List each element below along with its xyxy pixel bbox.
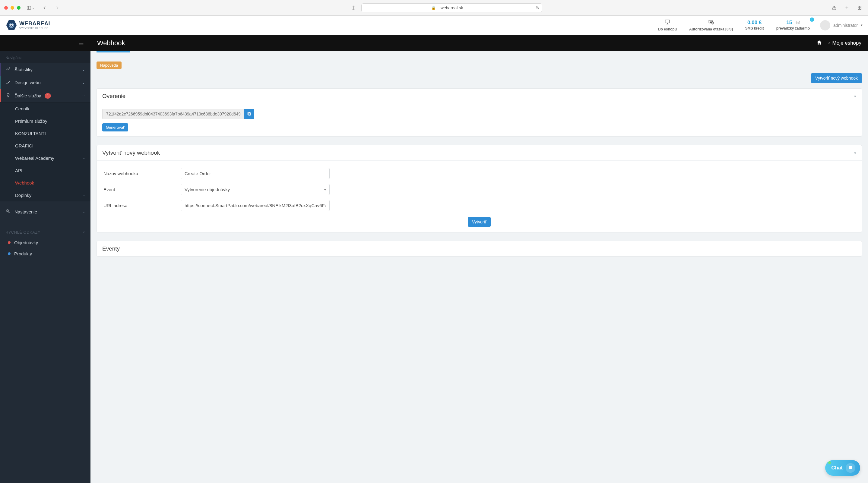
chevron-up-icon: ⌄	[82, 94, 85, 98]
chevron-down-icon: ⌄	[82, 80, 85, 85]
webhook-url-input[interactable]	[181, 200, 330, 211]
close-icon[interactable]: ×	[83, 230, 85, 234]
svg-rect-8	[665, 20, 670, 23]
maximize-window-icon[interactable]	[17, 6, 21, 10]
svg-point-9	[7, 210, 8, 212]
panel-create-webhook-header[interactable]: Vytvoriť nový webhook ▾	[97, 145, 862, 161]
verification-token-field[interactable]	[102, 109, 244, 119]
panel-events-header[interactable]: Eventy	[97, 241, 862, 256]
logo-mark-icon	[6, 20, 17, 31]
tab-overview-icon[interactable]	[855, 4, 864, 11]
sidebar-item-label: Štatistiky	[14, 67, 33, 72]
logo-tagline: VYTVORTE SI ESHOP	[19, 27, 52, 30]
close-window-icon[interactable]	[4, 6, 8, 10]
chat-label: Chat	[831, 465, 843, 471]
sidebar-item-label: Webhook	[15, 180, 34, 186]
sidebar-item-settings[interactable]: Nastavenie ⌄	[0, 205, 91, 219]
info-icon[interactable]: i	[810, 18, 814, 22]
dot-icon	[8, 252, 10, 255]
svg-rect-6	[860, 8, 861, 9]
help-button[interactable]: Nápoveda	[96, 62, 122, 69]
webhook-url-label: URL adresa	[102, 203, 181, 208]
sidebar-item-premium[interactable]: Prémium služby	[0, 115, 91, 127]
panel-title: Vytvoriť nový webhook	[102, 150, 160, 156]
sidebar-item-label: Cenník	[15, 106, 30, 111]
authorized-question-label: Autorizovaná otázka [0/0]	[689, 27, 733, 31]
sidebar-heading: Navigácia	[0, 51, 91, 63]
my-eshops-link[interactable]: Moje eshopy	[828, 40, 861, 46]
minimize-window-icon[interactable]	[10, 6, 14, 10]
submit-create-webhook-button[interactable]: Vytvoriť	[468, 217, 491, 227]
page-title-bar: ☰ Webhook Moje eshopy	[0, 35, 868, 51]
generate-token-button[interactable]: Generovať	[102, 123, 128, 131]
create-webhook-button[interactable]: Vytvoriť nový webhook	[811, 73, 862, 83]
chart-icon	[5, 67, 11, 72]
sidebar-item-api[interactable]: API	[0, 164, 91, 177]
reload-icon[interactable]: ↻	[536, 5, 539, 10]
privacy-shield-icon[interactable]	[349, 4, 358, 11]
chevron-left-icon	[828, 41, 831, 45]
gears-icon	[5, 208, 11, 215]
avatar	[820, 20, 830, 30]
sidebar-item-label: Ďalšie služby	[14, 93, 41, 98]
sidebar-item-label: Doplnky	[15, 193, 31, 198]
sms-credit[interactable]: 0,00 € SMS kredit	[739, 16, 770, 35]
window-controls	[4, 6, 21, 10]
chevron-down-icon: ⌄	[82, 210, 85, 214]
bulb-icon	[5, 93, 11, 99]
sidebar-item-label: Design webu	[14, 80, 41, 85]
go-to-eshop-label: Do eshopu	[658, 27, 677, 31]
sidebar-item-doplnky[interactable]: Doplnky⌄	[0, 189, 91, 201]
main-content: Nápoveda Vytvoriť nový webhook Overenie …	[91, 51, 868, 483]
quick-link-orders[interactable]: Objednávky	[0, 237, 91, 248]
go-to-eshop-button[interactable]: Do eshopu	[652, 16, 683, 35]
sidebar-toggle-icon[interactable]: ⌄	[25, 4, 36, 11]
svg-rect-5	[858, 8, 860, 9]
sidebar-item-grafici[interactable]: GRAFICI	[0, 139, 91, 152]
app-header: WEBAREAL VYTVORTE SI ESHOP Do eshopu Aut…	[0, 16, 868, 35]
chevron-down-icon: ▾	[854, 94, 856, 99]
nav-forward-icon[interactable]	[53, 4, 62, 11]
quick-links-heading: RYCHLÉ ODKAZY ×	[0, 226, 91, 237]
sidebar-item-design[interactable]: Design webu ⌄	[0, 76, 91, 89]
sidebar-item-label: KONZULTANTI	[15, 131, 46, 136]
webhook-event-label: Event	[102, 187, 181, 192]
sidebar-item-webhook[interactable]: Webhook	[0, 177, 91, 189]
sms-credit-value: 0,00 €	[747, 20, 762, 25]
svg-point-7	[9, 23, 14, 27]
panel-verification-header[interactable]: Overenie ▾	[97, 89, 862, 104]
page-title: Webhook	[97, 39, 125, 47]
logo[interactable]: WEBAREAL VYTVORTE SI ESHOP	[0, 16, 58, 35]
sidebar-item-cennik[interactable]: Cenník	[0, 102, 91, 115]
svg-rect-4	[860, 6, 861, 7]
chevron-down-icon: ⌄	[82, 193, 85, 197]
panel-verification: Overenie ▾ Generovať	[96, 88, 862, 136]
chevron-down-icon: ⌄	[82, 156, 85, 160]
address-bar[interactable]: 🔒 webareal.sk ↻	[361, 3, 542, 12]
sidebar-item-konzultanti[interactable]: KONZULTANTI	[0, 127, 91, 139]
user-menu[interactable]: administrator ▾	[816, 16, 868, 35]
home-icon[interactable]	[816, 39, 822, 47]
sidebar-item-academy[interactable]: Webareal Academy⌄	[0, 152, 91, 164]
new-tab-icon[interactable]	[843, 4, 851, 11]
chat-bubble-icon	[846, 463, 855, 473]
user-name-label: administrator	[833, 23, 858, 28]
nav-hamburger-icon[interactable]: ☰	[0, 39, 91, 47]
webhook-name-label: Názov webhooku	[102, 171, 181, 176]
webhook-event-select[interactable]: Vytvorenie objednávky	[181, 184, 330, 195]
nav-back-icon[interactable]	[40, 4, 49, 11]
sidebar-item-more-services[interactable]: Ďalšie služby 1 ⌄	[0, 89, 91, 102]
copy-token-button[interactable]	[244, 109, 254, 119]
authorized-question-button[interactable]: Autorizovaná otázka [0/0]	[683, 16, 739, 35]
svg-rect-3	[858, 6, 860, 7]
share-icon[interactable]	[830, 4, 838, 11]
sms-credit-label: SMS kredit	[745, 26, 764, 30]
quick-link-products[interactable]: Produkty	[0, 248, 91, 259]
sidebar-item-label: Webareal Academy	[15, 156, 54, 161]
sidebar: Navigácia Štatistiky ⌄ Design webu ⌄	[0, 51, 91, 483]
webhook-name-input[interactable]	[181, 168, 330, 179]
sidebar-item-statistics[interactable]: Štatistiky ⌄	[0, 63, 91, 76]
svg-point-10	[9, 212, 10, 213]
trial-days[interactable]: i 15 dní prevádzky zadarmo	[770, 16, 816, 35]
chat-widget[interactable]: Chat	[825, 460, 860, 476]
